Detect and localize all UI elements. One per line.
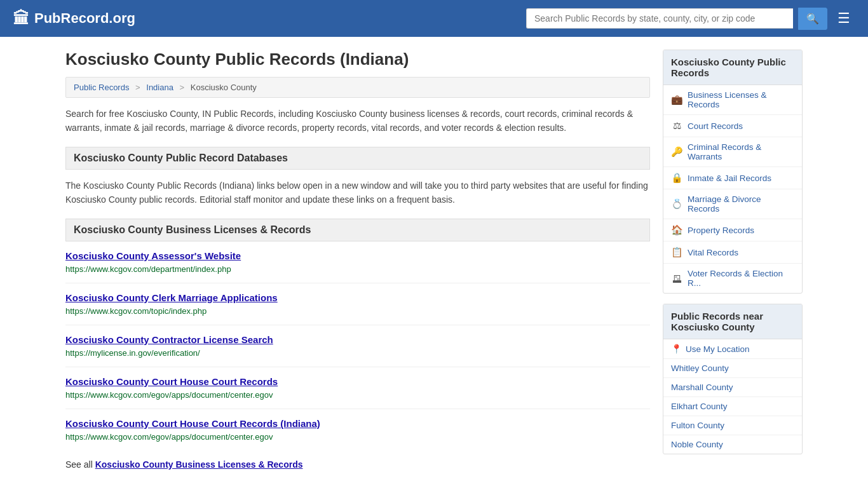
sidebar-icon-0: 💼 — [671, 94, 682, 105]
sidebar-icon-1: ⚖ — [671, 120, 682, 132]
sidebar-item-label-6: Vital Records — [688, 248, 738, 257]
record-link-item: Kosciusko County Clerk Marriage Applicat… — [65, 292, 650, 325]
breadcrumb-current: Kosciusko County — [191, 83, 257, 92]
links-list: Kosciusko County Assessor's Website http… — [65, 250, 650, 451]
breadcrumb-separator-1: > — [135, 83, 140, 92]
page-title: Kosciusko County Public Records (Indiana… — [65, 50, 650, 69]
sidebar-item-label-7: Voter Records & Election R... — [688, 269, 794, 288]
sidebar-item-label-5: Property Records — [688, 226, 754, 235]
location-icon: 📍 — [671, 344, 682, 354]
see-all-section: See all Kosciusko County Business Licens… — [65, 459, 650, 470]
sidebar-items-list: 💼 Business Licenses & Records ⚖ Court Re… — [663, 85, 802, 293]
nearby-county-label-3: Fulton County — [671, 421, 724, 430]
sidebar-icon-2: 🔑 — [671, 146, 682, 158]
record-link-item: Kosciusko County Assessor's Website http… — [65, 250, 650, 283]
sidebar-item-3[interactable]: 🔒 Inmate & Jail Records — [663, 167, 802, 189]
see-all-link[interactable]: Kosciusko County Business Licenses & Rec… — [95, 459, 303, 470]
nearby-county-2[interactable]: Elkhart County — [663, 397, 802, 416]
sidebar-item-6[interactable]: 📋 Vital Records — [663, 241, 802, 264]
sidebar-item-7[interactable]: 🗳 Voter Records & Election R... — [663, 264, 802, 293]
sidebar-public-records-header: Kosciusko County Public Records — [663, 50, 802, 85]
databases-section-header: Kosciusko County Public Record Databases — [65, 147, 650, 170]
record-link-url-4[interactable]: https://www.kcgov.com/egov/apps/document… — [65, 432, 273, 442]
nearby-county-1[interactable]: Marshall County — [663, 378, 802, 397]
record-link-item: Kosciusko County Court House Court Recor… — [65, 376, 650, 409]
record-link-title-3[interactable]: Kosciusko County Court House Court Recor… — [65, 376, 650, 387]
databases-description: The Kosciusko County Public Records (Ind… — [65, 179, 650, 207]
record-link-title-2[interactable]: Kosciusko County Contractor License Sear… — [65, 334, 650, 345]
record-link-url-2[interactable]: https://mylicense.in.gov/everification/ — [65, 348, 200, 358]
sidebar-icon-4: 💍 — [671, 198, 682, 210]
sidebar-icon-5: 🏠 — [671, 224, 682, 236]
sidebar-item-4[interactable]: 💍 Marriage & Divorce Records — [663, 189, 802, 219]
right-column: Kosciusko County Public Records 💼 Busine… — [663, 50, 803, 470]
left-column: Kosciusko County Public Records (Indiana… — [65, 50, 650, 470]
record-link-url-0[interactable]: https://www.kcgov.com/department/index.p… — [65, 264, 231, 274]
search-button[interactable]: 🔍 — [798, 8, 827, 30]
use-location-label: Use My Location — [686, 344, 750, 354]
logo-link[interactable]: 🏛 PubRecord.org — [13, 9, 135, 29]
nearby-county-label-4: Noble County — [671, 440, 723, 449]
breadcrumb: Public Records > Indiana > Kosciusko Cou… — [65, 77, 650, 98]
nearby-county-label-1: Marshall County — [671, 383, 733, 392]
sidebar-item-label-3: Inmate & Jail Records — [688, 173, 771, 183]
nearby-header: Public Records near Kosciusko County — [663, 304, 802, 339]
breadcrumb-link-public-records[interactable]: Public Records — [74, 83, 129, 92]
sidebar-item-5[interactable]: 🏠 Property Records — [663, 219, 802, 241]
record-link-title-0[interactable]: Kosciusko County Assessor's Website — [65, 250, 650, 261]
record-link-item: Kosciusko County Court House Court Recor… — [65, 418, 650, 451]
use-my-location-item[interactable]: 📍 Use My Location — [663, 339, 802, 359]
page-description: Search for free Kosciusko County, IN Pub… — [65, 107, 650, 135]
nearby-county-4[interactable]: Noble County — [663, 435, 802, 454]
public-records-sidebar-box: Kosciusko County Public Records 💼 Busine… — [663, 50, 803, 294]
sidebar-item-0[interactable]: 💼 Business Licenses & Records — [663, 85, 802, 115]
record-link-url-3[interactable]: https://www.kcgov.com/egov/apps/document… — [65, 390, 273, 400]
sidebar-item-label-4: Marriage & Divorce Records — [688, 194, 794, 214]
sidebar-item-label-2: Criminal Records & Warrants — [688, 142, 794, 161]
sidebar-icon-3: 🔒 — [671, 172, 682, 184]
record-link-title-1[interactable]: Kosciusko County Clerk Marriage Applicat… — [65, 292, 650, 303]
business-section-header: Kosciusko County Business Licenses & Rec… — [65, 219, 650, 241]
sidebar-icon-6: 📋 — [671, 247, 682, 258]
sidebar-icon-7: 🗳 — [671, 273, 682, 284]
search-area: 🔍 ☰ — [526, 8, 855, 30]
sidebar-item-label-1: Court Records — [688, 121, 743, 131]
see-all-text: See all — [65, 459, 95, 470]
nearby-county-label-2: Elkhart County — [671, 402, 728, 411]
main-content: Kosciusko County Public Records (Indiana… — [53, 37, 815, 470]
nearby-county-0[interactable]: Whitley County — [663, 359, 802, 378]
sidebar-item-2[interactable]: 🔑 Criminal Records & Warrants — [663, 137, 802, 167]
logo-icon: 🏛 — [13, 9, 29, 29]
sidebar-item-1[interactable]: ⚖ Court Records — [663, 115, 802, 137]
sidebar-item-label-0: Business Licenses & Records — [688, 90, 794, 109]
nearby-county-label-0: Whitley County — [671, 363, 729, 373]
search-input[interactable] — [526, 8, 793, 29]
nearby-county-3[interactable]: Fulton County — [663, 416, 802, 435]
nearby-counties-list: Whitley CountyMarshall CountyElkhart Cou… — [663, 359, 802, 454]
hamburger-menu-button[interactable]: ☰ — [832, 8, 855, 29]
record-link-title-4[interactable]: Kosciusko County Court House Court Recor… — [65, 418, 650, 429]
record-link-item: Kosciusko County Contractor License Sear… — [65, 334, 650, 367]
breadcrumb-link-indiana[interactable]: Indiana — [146, 83, 173, 92]
record-link-url-1[interactable]: https://www.kcgov.com/topic/index.php — [65, 306, 207, 316]
logo-text: PubRecord.org — [34, 10, 135, 27]
breadcrumb-separator-2: > — [180, 83, 185, 92]
site-header: 🏛 PubRecord.org 🔍 ☰ — [0, 0, 868, 37]
nearby-sidebar-box: Public Records near Kosciusko County 📍 U… — [663, 304, 803, 454]
